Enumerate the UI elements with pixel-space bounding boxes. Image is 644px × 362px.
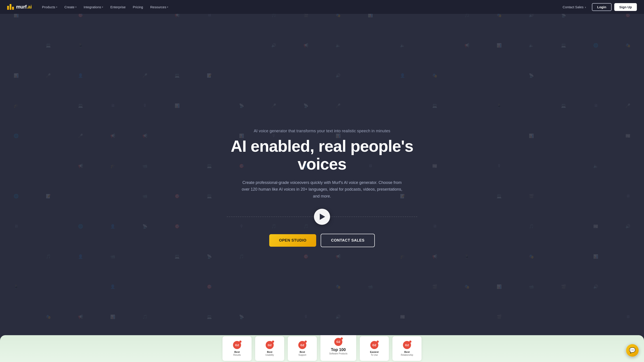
- icon-cell: [226, 60, 258, 90]
- icon-cell: [451, 121, 483, 151]
- award-sub: Relationship: [401, 354, 413, 356]
- award-title: Easiest: [370, 350, 379, 354]
- icon-cell: 💻: [64, 90, 96, 121]
- icon-cell: 🎓: [0, 90, 32, 121]
- play-button[interactable]: [314, 209, 330, 225]
- icon-cell: [258, 60, 290, 90]
- award-card: G2 Best Support: [288, 336, 317, 361]
- icon-cell: [451, 181, 483, 211]
- award-card: G2 Best Usability: [255, 336, 284, 361]
- nav-pricing[interactable]: Pricing: [130, 3, 146, 11]
- icon-cell: [386, 272, 418, 302]
- icon-cell: 📡: [290, 90, 322, 121]
- icon-cell: 👤: [96, 211, 129, 241]
- nav-items: Products ▾ Create ▾ Integrations ▾ Enter…: [39, 3, 172, 11]
- icon-cell: 📰: [418, 151, 451, 181]
- icon-cell: 📢: [129, 121, 161, 151]
- icon-cell: 🌐: [64, 211, 96, 241]
- contact-sales-nav-link[interactable]: Contact Sales ›: [560, 3, 589, 11]
- contact-sales-button[interactable]: CONTACT SALES: [321, 234, 375, 247]
- icon-cell: [418, 302, 451, 332]
- icon-cell: 👤: [64, 60, 96, 90]
- award-title: Best: [267, 350, 272, 354]
- icon-cell: 🎓: [96, 151, 129, 181]
- icon-cell: [580, 302, 612, 332]
- icon-cell: 🎭: [32, 302, 64, 332]
- logo-bar-1: [7, 6, 9, 10]
- icon-cell: [129, 241, 161, 272]
- icon-cell: 🎵: [129, 302, 161, 332]
- icon-cell: 🎬: [418, 272, 451, 302]
- icon-cell: [0, 302, 32, 332]
- icon-cell: 🖥: [418, 211, 451, 241]
- icon-cell: [418, 121, 451, 151]
- icon-cell: 🌐: [0, 181, 32, 211]
- icon-cell: 🎯: [161, 181, 193, 211]
- award-title: Top 100: [331, 347, 346, 353]
- icon-cell: [483, 211, 515, 241]
- icon-cell: 🔊: [580, 272, 612, 302]
- icon-cell: 📊: [515, 121, 548, 151]
- icon-cell: 🎭: [612, 30, 644, 60]
- award-title: Best: [404, 350, 410, 354]
- icon-cell: 🎭: [451, 272, 483, 302]
- nav-resources[interactable]: Resources ▾: [147, 3, 172, 11]
- icon-cell: [612, 60, 644, 90]
- icon-cell: 🖥: [580, 90, 612, 121]
- icon-cell: 💻: [548, 30, 580, 60]
- navbar-left: murf.ai Products ▾ Create ▾ Integrations…: [7, 3, 171, 11]
- nav-integrations[interactable]: Integrations ▾: [80, 3, 106, 11]
- icon-cell: 📊: [483, 30, 515, 60]
- nav-create[interactable]: Create ▾: [61, 3, 80, 11]
- icon-cell: [161, 272, 193, 302]
- icon-cell: [483, 60, 515, 90]
- icon-cell: [32, 272, 64, 302]
- play-icon: [320, 214, 325, 220]
- icon-cell: 📢: [96, 121, 129, 151]
- nav-products[interactable]: Products ▾: [39, 3, 60, 11]
- integrations-chevron-icon: ▾: [102, 6, 103, 8]
- icon-cell: [0, 241, 32, 272]
- icon-cell: 🖥: [612, 302, 644, 332]
- login-button[interactable]: Login: [592, 3, 612, 11]
- icon-cell: 🎯: [193, 272, 226, 302]
- icon-cell: [451, 60, 483, 90]
- icon-cell: 🌐: [0, 121, 32, 151]
- icon-cell: [515, 151, 548, 181]
- icon-cell: [612, 272, 644, 302]
- logo[interactable]: murf.ai: [7, 4, 32, 10]
- icon-cell: [580, 60, 612, 90]
- icon-cell: 💻: [418, 90, 451, 121]
- icon-cell: 🔈: [386, 30, 418, 60]
- hero-title: AI enabled, real people's voices: [227, 137, 417, 173]
- logo-icon: [7, 4, 14, 10]
- chat-bubble[interactable]: 💬: [626, 344, 639, 357]
- icon-cell: [451, 90, 483, 121]
- icon-cell: [354, 30, 386, 60]
- icon-cell: [290, 272, 322, 302]
- icon-cell: [129, 30, 161, 60]
- award-sub: Usability: [266, 354, 274, 356]
- icon-cell: 👤: [386, 60, 418, 90]
- icon-cell: 🔈: [580, 151, 612, 181]
- icon-cell: [548, 151, 580, 181]
- icon-cell: 🔊: [258, 30, 290, 60]
- icon-cell: 📊: [96, 302, 129, 332]
- award-card: G2 Best Relationship: [392, 336, 422, 361]
- logo-bar-3: [12, 7, 14, 10]
- open-studio-button[interactable]: OPEN STUDIO: [269, 234, 316, 247]
- icon-cell: [483, 241, 515, 272]
- icon-cell: [161, 121, 193, 151]
- g2-badge: G2: [266, 341, 274, 349]
- icon-cell: 🎤: [258, 90, 290, 121]
- icon-cell: 🎭: [322, 272, 354, 302]
- icon-cell: [386, 90, 418, 121]
- signup-button[interactable]: Sign Up: [614, 3, 637, 11]
- icon-cell: 📰: [386, 302, 418, 332]
- icon-cell: 📱: [64, 30, 96, 60]
- icon-cell: 🖥: [0, 211, 32, 241]
- icon-cell: 🎤: [322, 90, 354, 121]
- nav-enterprise[interactable]: Enterprise: [107, 3, 128, 11]
- icon-cell: 💻: [193, 181, 226, 211]
- icon-cell: [64, 181, 96, 211]
